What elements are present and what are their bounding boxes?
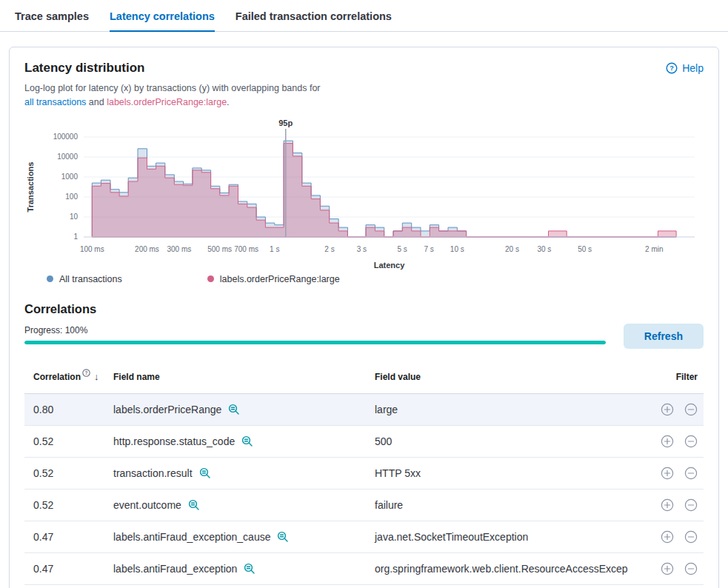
field-inspect-button[interactable] (199, 467, 211, 479)
page-title: Latency distribution (24, 61, 144, 76)
svg-text:100 ms: 100 ms (80, 245, 104, 253)
progress-bar (24, 341, 606, 344)
minus-filter-icon (684, 498, 698, 512)
filter-out-value-button[interactable] (684, 467, 698, 480)
filter-out-value-button[interactable] (684, 435, 698, 448)
filter-out-value-button[interactable] (684, 530, 698, 544)
correlation-value: 0.52 (24, 495, 107, 515)
svg-text:7 s: 7 s (424, 245, 433, 253)
legend-label-all: All transactions (59, 274, 122, 284)
legend-label-term: labels.orderPriceRange:large (220, 274, 340, 284)
legend-dot-blue (47, 275, 53, 282)
table-row[interactable]: 0.52transaction.result HTTP 5xx (24, 458, 704, 490)
svg-text:1 s: 1 s (270, 245, 279, 253)
correlation-value: 0.52 (24, 431, 107, 452)
all-transactions-link[interactable]: all transactions (24, 97, 86, 107)
field-inspect-button[interactable] (244, 563, 256, 575)
subtitle-suffix: . (227, 97, 229, 107)
svg-text:Latency: Latency (374, 261, 405, 270)
progress-fill (24, 341, 606, 344)
svg-text:700 ms: 700 ms (234, 245, 258, 253)
svg-text:?: ? (669, 64, 674, 72)
filter-for-value-button[interactable] (661, 403, 674, 416)
correlation-value: 0.47 (24, 527, 107, 547)
correlation-value: 0.47 (24, 558, 107, 579)
latency-distribution-chart[interactable]: 11010010001000010000095p100 ms200 ms300 … (24, 118, 704, 273)
panel-header: Latency distribution ? Help (24, 61, 704, 76)
svg-text:50 s: 50 s (578, 245, 592, 253)
correlations-table-body: 0.80labels.orderPriceRange large 0.52htt… (24, 394, 704, 585)
svg-text:?: ? (85, 370, 88, 375)
svg-text:30 s: 30 s (537, 245, 551, 253)
field-inspect-button[interactable] (241, 435, 253, 447)
minus-filter-icon (684, 403, 698, 416)
field-value: HTTP 5xx (369, 462, 641, 486)
chart-legend: All transactions labels.orderPriceRange:… (24, 274, 704, 284)
table-row[interactable]: 0.47labels.antiFraud_exception org.sprin… (24, 553, 704, 585)
correlations-table: Correlation ? ↓ Field name Field value F… (24, 361, 704, 586)
table-row[interactable]: 0.52event.outcome failure (24, 490, 704, 521)
legend-item-term[interactable]: labels.orderPriceRange:large (207, 274, 340, 284)
filter-out-value-button[interactable] (684, 498, 698, 512)
field-inspect-button[interactable] (188, 499, 200, 511)
column-header-filter: Filter (641, 367, 704, 387)
column-header-field-value: Field value (369, 367, 641, 388)
inspect-icon (241, 435, 253, 447)
field-name-header-label: Field name (113, 372, 160, 382)
svg-text:100000: 100000 (53, 133, 79, 141)
field-name: labels.orderPriceRange (113, 404, 221, 415)
svg-text:100: 100 (65, 193, 78, 201)
chart-svg: 11010010001000010000095p100 ms200 ms300 … (24, 118, 704, 273)
help-icon: ? (666, 62, 678, 74)
correlation-value: 0.52 (24, 463, 107, 484)
filter-out-value-button[interactable] (684, 562, 698, 575)
progress-label: Progress: 100% (24, 325, 606, 335)
column-header-field-name: Field name (107, 367, 369, 387)
filter-for-value-button[interactable] (661, 562, 674, 575)
field-value: 500 (369, 430, 641, 454)
chart-subtitle: Log-log plot for latency (x) by transact… (24, 81, 704, 110)
tab-latency-correlations[interactable]: Latency correlations (110, 10, 215, 32)
field-inspect-button[interactable] (277, 531, 289, 543)
minus-filter-icon (684, 467, 698, 480)
help-link[interactable]: ? Help (666, 62, 704, 74)
term-link[interactable]: labels.orderPriceRange:large (107, 97, 227, 107)
legend-dot-pink (207, 275, 214, 282)
legend-item-all-transactions[interactable]: All transactions (47, 274, 122, 284)
minus-filter-icon (684, 562, 698, 575)
svg-text:3 s: 3 s (357, 245, 367, 253)
svg-text:1: 1 (73, 233, 78, 241)
sort-desc-icon: ↓ (94, 371, 99, 382)
svg-text:10 s: 10 s (450, 245, 464, 253)
correlations-title: Correlations (24, 302, 704, 316)
filter-out-value-button[interactable] (684, 403, 698, 416)
plus-filter-icon (661, 435, 674, 448)
svg-text:10000: 10000 (57, 153, 78, 161)
inspect-icon (228, 404, 240, 415)
filter-for-value-button[interactable] (661, 530, 674, 544)
refresh-button[interactable]: Refresh (624, 324, 704, 349)
field-name: labels.antiFraud_exception_cause (113, 531, 270, 543)
tab-trace-samples[interactable]: Trace samples (15, 10, 89, 31)
field-value: org.springframework.web.client.ResourceA… (369, 558, 641, 581)
svg-text:Transactions: Transactions (26, 161, 35, 212)
filter-for-value-button[interactable] (661, 467, 674, 480)
svg-text:5 s: 5 s (397, 245, 407, 253)
svg-text:95p: 95p (278, 118, 293, 127)
table-row[interactable]: 0.52http.response.status_code 500 (24, 426, 704, 458)
plus-filter-icon (661, 403, 674, 416)
minus-filter-icon (684, 435, 698, 448)
filter-for-value-button[interactable] (661, 435, 674, 448)
inspect-icon (188, 499, 200, 511)
subtitle-line1: Log-log plot for latency (x) by transact… (24, 83, 321, 93)
table-row[interactable]: 0.80labels.orderPriceRange large (24, 394, 704, 426)
subtitle-conjunction: and (86, 97, 107, 107)
column-header-correlation[interactable]: Correlation ? ↓ (24, 367, 107, 387)
field-inspect-button[interactable] (228, 404, 240, 415)
tab-failed-transaction-correlations[interactable]: Failed transaction correlations (236, 10, 392, 31)
table-row[interactable]: 0.47labels.antiFraud_exception_cause jav… (24, 521, 704, 553)
field-value-header-label: Field value (375, 372, 421, 382)
plus-filter-icon (661, 467, 674, 480)
filter-for-value-button[interactable] (661, 498, 674, 512)
field-value: java.net.SocketTimeoutException (369, 526, 641, 549)
